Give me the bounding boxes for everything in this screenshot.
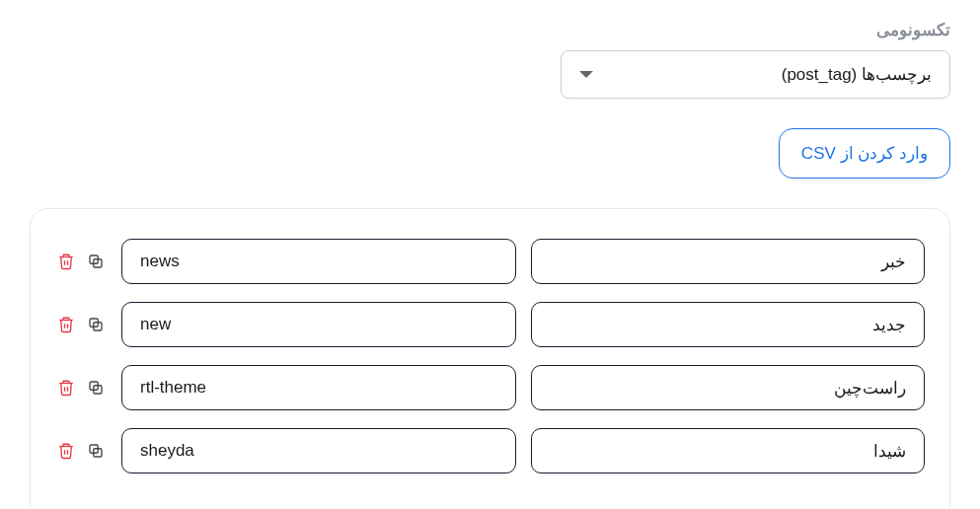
item-row — [55, 302, 925, 347]
copy-icon[interactable] — [85, 251, 107, 272]
item-name-input[interactable] — [531, 302, 926, 347]
item-slug-input[interactable] — [121, 365, 516, 410]
trash-icon[interactable] — [55, 440, 77, 462]
import-csv-button[interactable]: وارد کردن از CSV — [779, 128, 950, 179]
item-slug-input[interactable] — [121, 302, 516, 347]
item-name-input[interactable] — [531, 365, 926, 410]
item-slug-input[interactable] — [121, 428, 516, 473]
chevron-down-icon — [579, 71, 593, 78]
trash-icon[interactable] — [55, 314, 77, 335]
item-name-input[interactable] — [531, 239, 926, 284]
items-panel — [30, 208, 950, 509]
copy-icon[interactable] — [85, 314, 107, 335]
trash-icon[interactable] — [55, 251, 77, 272]
copy-icon[interactable] — [85, 377, 107, 399]
item-row — [55, 239, 925, 284]
taxonomy-select[interactable]: برچسب‌ها (post_tag) — [561, 50, 950, 99]
taxonomy-label: تکسونومی — [30, 20, 950, 40]
item-slug-input[interactable] — [121, 239, 516, 284]
item-name-input[interactable] — [531, 428, 926, 473]
item-row — [55, 428, 925, 473]
row-actions — [55, 314, 107, 335]
taxonomy-selected-value: برچسب‌ها (post_tag) — [782, 64, 932, 85]
row-actions — [55, 440, 107, 462]
copy-icon[interactable] — [85, 440, 107, 462]
row-actions — [55, 377, 107, 399]
row-actions — [55, 251, 107, 272]
item-row — [55, 365, 925, 410]
trash-icon[interactable] — [55, 377, 77, 399]
